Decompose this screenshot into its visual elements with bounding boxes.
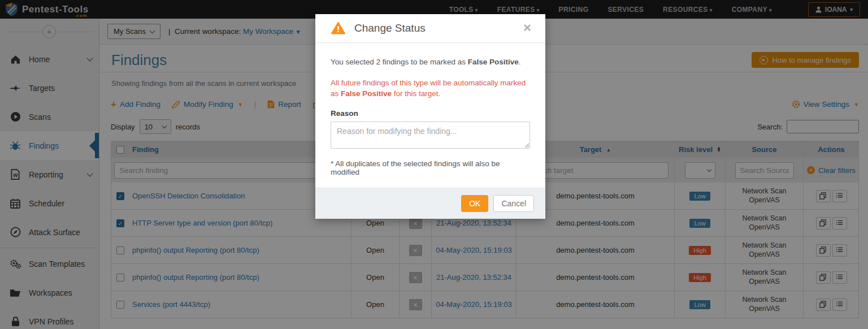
modal-header: Change Status × xyxy=(315,14,545,43)
warning-triangle-icon xyxy=(331,21,346,35)
modal-title: Change Status xyxy=(354,22,426,34)
duplicates-note: * All duplicates of the selected finding… xyxy=(331,159,530,176)
selection-message: You selected 2 findings to be marked as … xyxy=(331,57,530,68)
app-root: Pentest-Tools.com TOOLS▾ FEATURES▾ PRICI… xyxy=(0,0,868,329)
cancel-button[interactable]: Cancel xyxy=(493,195,534,212)
reason-label: Reason xyxy=(331,109,530,118)
auto-mark-warning: All future findings of this type will be… xyxy=(331,77,530,99)
modal-body: You selected 2 findings to be marked as … xyxy=(315,43,545,188)
ok-button[interactable]: OK xyxy=(461,195,488,212)
modal-footer: OK Cancel xyxy=(315,188,545,219)
close-icon[interactable]: × xyxy=(523,21,531,34)
change-status-modal: Change Status × You selected 2 findings … xyxy=(315,14,545,219)
reason-textarea[interactable] xyxy=(331,122,530,149)
